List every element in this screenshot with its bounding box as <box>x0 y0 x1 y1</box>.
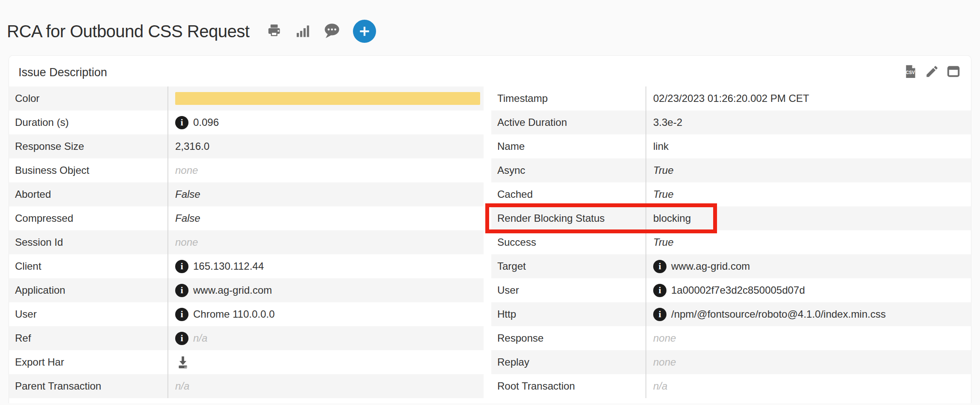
print-icon[interactable] <box>266 23 283 40</box>
row-label: Response Size <box>9 134 168 158</box>
row-label: Replay <box>491 350 646 374</box>
row-label: Render Blocking Status <box>491 206 646 230</box>
row-label: Cached <box>491 182 646 206</box>
table-row: Active Duration3.3e-2 <box>491 110 971 134</box>
chart-bars-icon[interactable] <box>295 23 311 39</box>
row-value: n/a <box>168 374 484 398</box>
table-row: Session Idnone <box>9 230 484 254</box>
row-value: n/a <box>646 374 971 398</box>
left-property-table: ColorDuration (s)i0.096Response Size2,31… <box>9 86 484 398</box>
info-icon[interactable]: i <box>653 284 666 297</box>
value-text: True <box>653 164 674 176</box>
info-icon[interactable]: i <box>175 260 188 273</box>
value-text: 1a00002f7e3d2c850005d07d <box>671 284 805 296</box>
row-value <box>168 350 484 374</box>
download-icon[interactable] <box>175 354 191 370</box>
comment-icon[interactable] <box>323 22 341 40</box>
row-value: iwww.ag-grid.com <box>646 254 971 278</box>
table-row: Applicationiwww.ag-grid.com <box>9 278 484 302</box>
table-row: Replaynone <box>491 350 971 374</box>
row-value: i165.130.112.44 <box>168 254 484 278</box>
info-icon[interactable]: i <box>653 308 666 321</box>
table-row: SuccessTrue <box>491 230 971 254</box>
info-icon[interactable]: i <box>175 332 188 345</box>
row-value <box>168 86 484 110</box>
row-label: Ref <box>9 326 168 350</box>
csv-export-icon[interactable]: CSV <box>903 64 918 79</box>
table-row: Namelink <box>491 134 971 158</box>
row-value: none <box>168 230 484 254</box>
value-text: False <box>175 188 200 200</box>
row-label: Compressed <box>9 206 168 230</box>
row-label: User <box>491 278 646 302</box>
table-row: CompressedFalse <box>9 206 484 230</box>
value-text: n/a <box>175 380 189 392</box>
table-row: Refin/a <box>9 326 484 350</box>
row-label: Session Id <box>9 230 168 254</box>
value-text: 02/23/2023 01:26:20.002 PM CET <box>653 92 809 104</box>
table-row: AbortedFalse <box>9 182 484 206</box>
row-value: False <box>168 206 484 230</box>
value-text: n/a <box>653 380 667 392</box>
info-icon[interactable]: i <box>653 260 666 273</box>
row-value: i1a00002f7e3d2c850005d07d <box>646 278 971 302</box>
value-text: /npm/@fontsource/roboto@4.1.0/index.min.… <box>671 308 886 320</box>
row-value: i/npm/@fontsource/roboto@4.1.0/index.min… <box>646 302 971 326</box>
row-label: Aborted <box>9 182 168 206</box>
info-icon[interactable]: i <box>175 284 188 297</box>
row-label: Parent Transaction <box>9 374 168 398</box>
header-actions <box>262 20 376 43</box>
value-text: 0.096 <box>193 116 219 128</box>
table-row: Httpi/npm/@fontsource/roboto@4.1.0/index… <box>491 302 971 326</box>
window-icon[interactable] <box>946 64 961 79</box>
row-label: Business Object <box>9 158 168 182</box>
value-text: True <box>653 236 674 248</box>
value-text: n/a <box>193 332 207 344</box>
edit-icon[interactable] <box>925 64 939 79</box>
row-label: Active Duration <box>491 110 646 134</box>
value-text: www.ag-grid.com <box>671 260 750 272</box>
row-label: Success <box>491 230 646 254</box>
row-label: Http <box>491 302 646 326</box>
value-text: 165.130.112.44 <box>193 260 264 272</box>
table-row: AsyncTrue <box>491 158 971 182</box>
color-swatch <box>175 92 480 105</box>
row-label: Export Har <box>9 350 168 374</box>
info-icon[interactable]: i <box>175 308 188 321</box>
row-value: True <box>646 182 971 206</box>
row-label: Application <box>9 278 168 302</box>
row-value: none <box>646 350 971 374</box>
add-button[interactable] <box>353 20 376 43</box>
page-header: RCA for Outbound CSS Request <box>0 0 980 55</box>
value-text: none <box>175 164 198 176</box>
value-text: none <box>653 332 676 344</box>
panel-actions: CSV <box>903 64 961 79</box>
value-text: 2,316.0 <box>175 140 209 152</box>
row-value: 02/23/2023 01:26:20.002 PM CET <box>646 86 971 110</box>
value-text: True <box>653 188 674 200</box>
table-row: Duration (s)i0.096 <box>9 110 484 134</box>
table-row: Clienti165.130.112.44 <box>9 254 484 278</box>
row-value: 3.3e-2 <box>646 110 971 134</box>
row-label: User <box>9 302 168 326</box>
row-value: 2,316.0 <box>168 134 484 158</box>
row-label: Target <box>491 254 646 278</box>
issue-description-panel: Issue Description CSV <box>9 55 971 403</box>
row-value: iChrome 110.0.0.0 <box>168 302 484 326</box>
row-label: Duration (s) <box>9 110 168 134</box>
table-row: Targetiwww.ag-grid.com <box>491 254 971 278</box>
row-value: none <box>168 158 484 182</box>
value-text: 3.3e-2 <box>653 116 682 128</box>
table-row: CachedTrue <box>491 182 971 206</box>
info-icon[interactable]: i <box>175 116 188 129</box>
row-value: blocking <box>646 206 971 230</box>
value-text: link <box>653 140 669 152</box>
row-value: True <box>646 230 971 254</box>
row-value: True <box>646 158 971 182</box>
table-row: UseriChrome 110.0.0.0 <box>9 302 484 326</box>
table-row: Responsenone <box>491 326 971 350</box>
value-text: none <box>175 236 198 248</box>
row-value: False <box>168 182 484 206</box>
table-row: Timestamp02/23/2023 01:26:20.002 PM CET <box>491 86 971 110</box>
row-value: in/a <box>168 326 484 350</box>
